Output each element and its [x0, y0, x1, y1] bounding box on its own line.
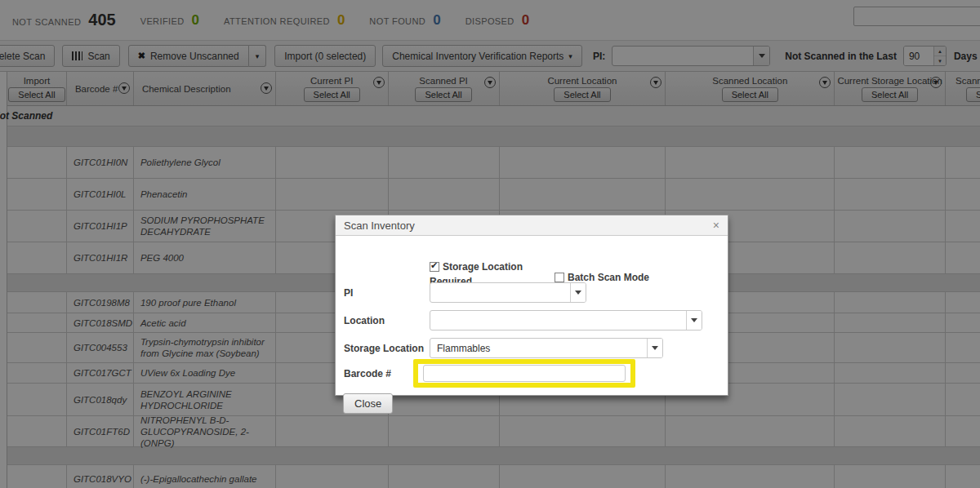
dialog-body: Storage Location Required Batch Scan Mod… — [336, 236, 728, 396]
barcode-input[interactable] — [423, 365, 626, 382]
dialog-title: Scan Inventory — [344, 220, 713, 232]
close-icon[interactable]: × — [713, 220, 719, 231]
barcode-field-label: Barcode # — [344, 368, 391, 379]
dialog-header: Scan Inventory × — [336, 215, 728, 236]
chevron-down-icon[interactable] — [686, 311, 702, 330]
scan-inventory-dialog: Scan Inventory × Storage Location Requir… — [335, 215, 728, 396]
storage-location-select-value: Flammables — [430, 339, 647, 357]
close-button[interactable]: Close — [343, 393, 393, 414]
batch-scan-mode-checkbox[interactable] — [555, 273, 564, 282]
location-field-label: Location — [344, 315, 385, 326]
storage-location-field-label: Storage Location — [344, 343, 424, 354]
storage-location-select[interactable]: Flammables — [430, 338, 663, 358]
storage-location-required-checkbox[interactable] — [430, 262, 439, 272]
pi-field-label: PI — [344, 287, 353, 299]
pi-select[interactable] — [430, 282, 586, 303]
batch-scan-mode-label: Batch Scan Mode — [568, 272, 649, 283]
barcode-input-highlight — [413, 359, 635, 388]
location-select-value — [430, 311, 686, 330]
chevron-down-icon[interactable] — [647, 339, 662, 357]
location-select[interactable] — [430, 310, 702, 331]
chevron-down-icon[interactable] — [570, 283, 586, 302]
pi-select-value — [430, 283, 570, 302]
